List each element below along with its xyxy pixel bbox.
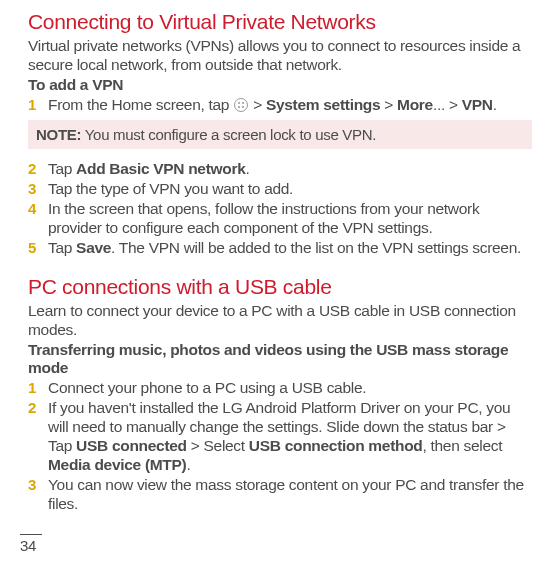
vpn-steps-list-a: 1 From the Home screen, tap > System set… — [28, 95, 532, 114]
step-bold: USB connected — [76, 437, 187, 454]
usb-step-1: 1 Connect your phone to a PC using a USB… — [28, 378, 532, 397]
usb-intro-text: Learn to connect your device to a PC wit… — [28, 301, 532, 339]
step-text: , then select — [423, 437, 503, 454]
step-bold: Add Basic VPN network — [76, 160, 245, 177]
usb-step-3: 3 You can now view the mass storage cont… — [28, 475, 532, 513]
step-text: Tap — [48, 160, 76, 177]
step-bold: System settings — [266, 96, 380, 113]
usb-steps-list: 1 Connect your phone to a PC using a USB… — [28, 378, 532, 513]
step-text: . — [493, 96, 497, 113]
vpn-step-5: 5 Tap Save. The VPN will be added to the… — [28, 238, 532, 257]
step-text: > — [249, 96, 266, 113]
note-box: NOTE: You must configure a screen lock t… — [28, 120, 532, 149]
step-text: ... > — [433, 96, 462, 113]
step-bold: More — [397, 96, 433, 113]
step-text: . — [186, 456, 190, 473]
step-number: 2 — [28, 398, 44, 417]
step-bold: Media device (MTP) — [48, 456, 186, 473]
usb-step-2: 2 If you haven't installed the LG Androi… — [28, 398, 532, 474]
usb-subhead: Transferring music, photos and videos us… — [28, 341, 532, 377]
heading-usb: PC connections with a USB cable — [28, 275, 532, 299]
vpn-subhead: To add a VPN — [28, 76, 532, 94]
step-text: > Select — [187, 437, 249, 454]
step-text: Tap — [48, 239, 76, 256]
step-text: Tap the type of VPN you want to add. — [48, 180, 293, 197]
step-text: . — [246, 160, 250, 177]
step-text: In the screen that opens, follow the ins… — [48, 200, 479, 236]
vpn-step-2: 2 Tap Add Basic VPN network. — [28, 159, 532, 178]
step-number: 3 — [28, 179, 44, 198]
step-bold: VPN — [462, 96, 493, 113]
page-number: 34 — [20, 534, 42, 554]
step-text: . The VPN will be added to the list on t… — [111, 239, 521, 256]
step-number: 5 — [28, 238, 44, 257]
step-text: From the Home screen, tap — [48, 96, 233, 113]
heading-vpn: Connecting to Virtual Private Networks — [28, 10, 532, 34]
step-bold: USB connection method — [249, 437, 423, 454]
step-number: 3 — [28, 475, 44, 494]
step-text: You can now view the mass storage conten… — [48, 476, 524, 512]
apps-icon — [234, 98, 248, 112]
vpn-step-4: 4 In the screen that opens, follow the i… — [28, 199, 532, 237]
vpn-intro-text: Virtual private networks (VPNs) allows y… — [28, 36, 532, 74]
step-text: Connect your phone to a PC using a USB c… — [48, 379, 366, 396]
vpn-step-1: 1 From the Home screen, tap > System set… — [28, 95, 532, 114]
step-bold: Save — [76, 239, 111, 256]
note-label: NOTE: — [36, 126, 81, 143]
step-number: 4 — [28, 199, 44, 218]
vpn-steps-list-b: 2 Tap Add Basic VPN network. 3 Tap the t… — [28, 159, 532, 257]
manual-page: Connecting to Virtual Private Networks V… — [0, 0, 560, 568]
step-number: 1 — [28, 95, 44, 114]
step-number: 2 — [28, 159, 44, 178]
step-text: > — [380, 96, 397, 113]
step-number: 1 — [28, 378, 44, 397]
vpn-step-3: 3 Tap the type of VPN you want to add. — [28, 179, 532, 198]
note-text: You must configure a screen lock to use … — [81, 126, 376, 143]
